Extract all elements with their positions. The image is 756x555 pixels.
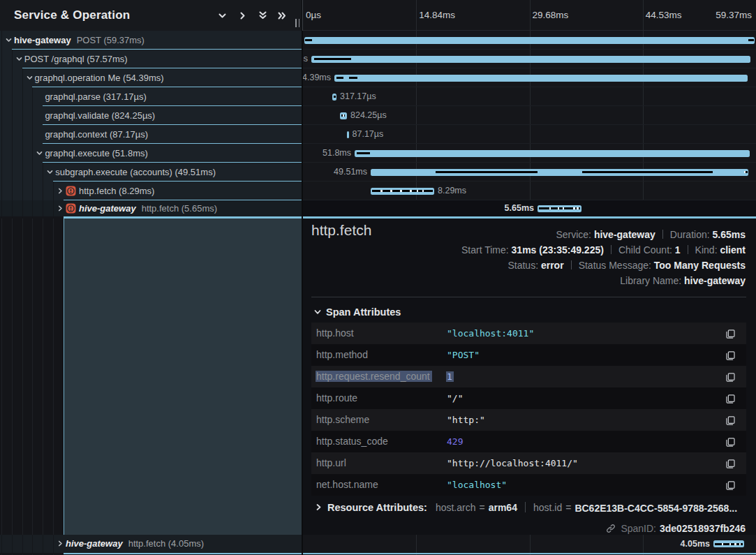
timeline-span-row[interactable]: 4.05ms bbox=[303, 535, 756, 553]
timeline-span-row[interactable]: 57.57ms bbox=[303, 50, 756, 68]
copy-value-button[interactable] bbox=[726, 372, 735, 381]
span-tree-row[interactable]: graphql.parse (317.17µs) bbox=[0, 87, 303, 106]
overview-value: 31ms (23:35:49.225) bbox=[512, 244, 604, 256]
panel-divider-highlight bbox=[302, 0, 303, 31]
chevron-down-icon bbox=[16, 56, 22, 62]
copy-value-button[interactable] bbox=[726, 350, 735, 360]
chevron-down-icon bbox=[314, 309, 321, 316]
span-bar[interactable] bbox=[538, 205, 581, 212]
row-caret[interactable] bbox=[57, 188, 66, 194]
timeline-span-row[interactable]: 5.65ms bbox=[303, 200, 756, 216]
copy-value-button[interactable] bbox=[726, 394, 735, 403]
span-tree-row[interactable]: graphql.validate (824.25µs) bbox=[0, 106, 303, 125]
copy-value-button[interactable] bbox=[726, 415, 735, 424]
attribute-value: "POST" bbox=[447, 344, 480, 366]
text-selection: http.request.resend_count bbox=[316, 371, 430, 382]
attribute-row[interactable]: http.request.resend_count1 bbox=[311, 366, 746, 387]
timeline-span-row[interactable]: 317.17µs bbox=[303, 87, 756, 106]
indent-guide bbox=[12, 106, 13, 125]
chevron-down-icon bbox=[27, 75, 33, 81]
indent-guide bbox=[53, 219, 54, 535]
span-tree-row[interactable]: hive-gatewayhttp.fetch (5.65ms) bbox=[0, 200, 303, 216]
span-tree-row[interactable]: graphql.context (87.17µs) bbox=[0, 125, 303, 144]
equals-sign: = bbox=[565, 502, 571, 513]
link-icon[interactable] bbox=[606, 524, 616, 533]
critical-path-gap-tick bbox=[343, 114, 344, 117]
attribute-value: "localhost:4011" bbox=[447, 323, 534, 344]
ruler-tick-label: 14.84ms bbox=[419, 0, 455, 31]
attribute-key: http.scheme bbox=[311, 409, 447, 431]
copy-value-button[interactable] bbox=[726, 480, 735, 489]
attribute-row[interactable]: http.route"/" bbox=[311, 387, 746, 409]
timeline-span-row[interactable]: 824.25µs bbox=[303, 106, 756, 125]
attribute-row[interactable]: net.host.name"localhost" bbox=[311, 474, 746, 496]
span-bar[interactable] bbox=[311, 56, 750, 63]
row-caret[interactable] bbox=[16, 56, 24, 62]
span-bar[interactable] bbox=[371, 169, 748, 176]
indent-guide bbox=[22, 182, 23, 200]
attribute-row[interactable]: http.status_code429 bbox=[311, 431, 746, 452]
span-attributes-toggle[interactable]: Span Attributes bbox=[314, 306, 401, 318]
span-operation-name: graphql.parse (317.17µs) bbox=[45, 91, 147, 102]
panel-resize-handle-icon[interactable] bbox=[292, 17, 302, 29]
timeline-span-row[interactable]: 51.8ms bbox=[303, 144, 756, 163]
overview-value: client bbox=[720, 244, 746, 256]
span-bar[interactable] bbox=[340, 112, 347, 119]
indent-guide bbox=[22, 106, 23, 125]
indent-guide bbox=[43, 200, 43, 216]
row-caret[interactable] bbox=[57, 205, 66, 212]
span-duration-label: 4.05ms bbox=[681, 535, 710, 553]
attribute-key: http.request.resend_count bbox=[311, 366, 447, 387]
collapse-all-icon[interactable] bbox=[255, 8, 269, 22]
attribute-row[interactable]: http.method"POST" bbox=[311, 344, 746, 366]
row-caret[interactable] bbox=[27, 75, 35, 81]
span-bar[interactable] bbox=[371, 188, 434, 195]
row-caret[interactable] bbox=[6, 37, 14, 43]
copy-value-button[interactable] bbox=[726, 329, 735, 338]
span-tree-row[interactable]: http.fetch (8.29ms) bbox=[0, 182, 303, 200]
span-bar[interactable] bbox=[713, 540, 744, 547]
critical-path-segment bbox=[748, 39, 754, 41]
chevron-right-icon[interactable] bbox=[316, 503, 322, 511]
timeline-span-row[interactable]: 49.51ms bbox=[303, 163, 756, 182]
copy-value-button[interactable] bbox=[726, 437, 735, 446]
copy-icon bbox=[726, 438, 735, 447]
indent-guide bbox=[12, 125, 13, 144]
row-caret[interactable] bbox=[57, 540, 66, 547]
copy-value-button[interactable] bbox=[726, 459, 735, 468]
timeline-span-row[interactable]: 87.17µs bbox=[303, 125, 756, 144]
row-caret[interactable] bbox=[36, 150, 45, 156]
error-icon bbox=[66, 186, 76, 196]
resource-attributes-preview: host.arch=arm64host.id=BC62E13B-C4CC-585… bbox=[436, 501, 737, 514]
span-tree-row[interactable]: graphql.operation Me (54.39ms) bbox=[0, 68, 303, 87]
collapse-one-icon[interactable] bbox=[215, 8, 229, 22]
panel-divider[interactable] bbox=[302, 0, 303, 555]
attribute-row[interactable]: http.url"http://localhost:4011/" bbox=[311, 452, 746, 474]
span-tree-row[interactable]: subgraph.execute (accounts) (49.51ms) bbox=[0, 163, 303, 182]
span-bar[interactable] bbox=[334, 75, 748, 82]
bottom-row-border bbox=[64, 553, 756, 554]
attribute-row[interactable]: http.host"localhost:4011" bbox=[311, 323, 746, 344]
timeline-span-row[interactable]: 59.37ms bbox=[303, 31, 756, 50]
span-detail-title: http.fetch bbox=[311, 222, 371, 239]
indent-guide bbox=[1, 68, 2, 87]
span-tree-row[interactable]: hive-gatewayPOST (59.37ms) bbox=[0, 31, 303, 50]
span-tree-row[interactable]: hive-gatewayhttp.fetch (4.05ms) bbox=[0, 535, 303, 553]
span-overview: Service: hive-gatewayDuration: 5.65msSta… bbox=[461, 227, 746, 289]
attribute-row[interactable]: http.scheme"http:" bbox=[311, 409, 746, 431]
indent-guide bbox=[1, 87, 2, 106]
expand-one-icon[interactable] bbox=[235, 8, 249, 22]
expand-all-icon[interactable] bbox=[275, 8, 289, 22]
span-bar[interactable] bbox=[355, 150, 750, 157]
span-duration-label: 824.25µs bbox=[350, 106, 387, 125]
span-bar[interactable] bbox=[347, 131, 349, 138]
span-bar[interactable] bbox=[332, 94, 336, 101]
critical-path-gap-tick bbox=[400, 190, 402, 192]
timeline-span-row[interactable]: 8.29ms bbox=[303, 182, 756, 200]
span-bar[interactable] bbox=[304, 37, 755, 44]
span-tree-row[interactable]: POST /graphql (57.57ms) bbox=[0, 50, 303, 68]
span-tree-row[interactable]: graphql.execute (51.8ms) bbox=[0, 144, 303, 163]
timeline-span-row[interactable]: 54.39ms bbox=[303, 68, 756, 87]
row-caret[interactable] bbox=[47, 169, 55, 175]
span-operation-name: POST (59.37ms) bbox=[77, 35, 144, 45]
